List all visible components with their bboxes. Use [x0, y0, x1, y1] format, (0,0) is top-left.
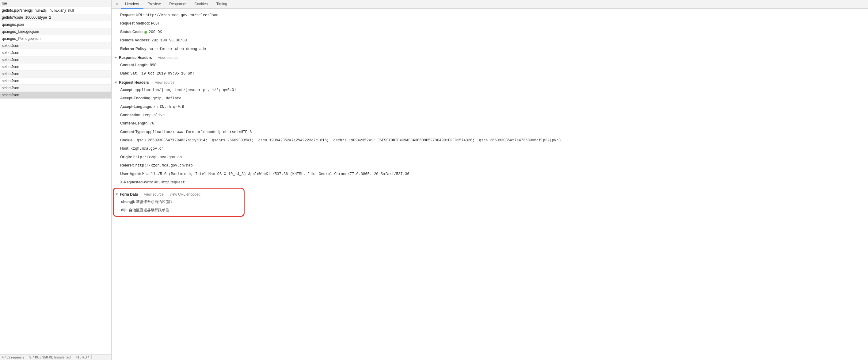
req-content-length-value: 76 — [150, 121, 154, 126]
remote-address-value: 202.108.98.30:80 — [151, 38, 187, 42]
chevron-down-icon — [116, 193, 118, 195]
request-url-key: Request URL: — [120, 13, 144, 17]
tab-preview[interactable]: Preview — [144, 0, 165, 8]
response-headers-section: Response Headers view source Content-Len… — [112, 53, 868, 78]
view-url-encoded-link[interactable]: view URL encoded — [170, 192, 200, 197]
resp-content-length-key: Content-Length: — [120, 63, 149, 67]
remote-address-key: Remote Address: — [120, 38, 151, 42]
resp-date-key: Date: — [120, 71, 129, 76]
content-type-value: application/x-www-form-urlencoded; chars… — [146, 130, 252, 134]
request-row[interactable]: selectJson — [0, 78, 111, 85]
form-data-highlight: Form Data view source view URL encoded s… — [113, 188, 245, 217]
referrer-policy-key: Referrer Policy: — [120, 47, 148, 51]
request-row[interactable]: quanguo_Line.geojson — [0, 28, 111, 35]
request-row[interactable]: selectJson — [0, 56, 111, 63]
request-row[interactable]: selectJson — [0, 85, 111, 92]
accept-encoding-value: gzip, deflate — [153, 96, 181, 100]
request-row[interactable]: selectJson — [0, 92, 111, 99]
host-key: Host: — [120, 146, 130, 151]
network-status-bar: 4 / 62 requests 9.7 KB / 358 KB transfer… — [0, 354, 111, 360]
origin-value: http://xzqh.mca.gov.cn — [133, 155, 182, 159]
connection-key: Connection: — [120, 113, 142, 117]
x-requested-with-key: X-Requested-With: — [120, 180, 153, 184]
diji-value: 自治区直辖县级行政单位 — [129, 208, 169, 212]
user-agent-value: Mozilla/5.0 (Macintosh; Intel Mac OS X 1… — [142, 172, 409, 176]
cookie-key: Cookie: — [120, 138, 134, 142]
status-code-value: 200 OK — [149, 30, 162, 34]
origin-key: Origin: — [120, 155, 132, 159]
general-section: Request URL: http://xzqh.mca.gov.cn/sele… — [112, 10, 868, 53]
tab-timing[interactable]: Timing — [212, 0, 232, 8]
connection-value: keep-alive — [143, 113, 164, 117]
accept-key: Accept: — [120, 88, 134, 92]
referrer-policy-value: no-referrer-when-downgrade — [149, 47, 206, 51]
request-row[interactable]: getInfo.jsp?shengji=null&diji=null&xianj… — [0, 7, 111, 14]
close-icon[interactable]: × — [114, 2, 121, 7]
form-data-toggle[interactable]: Form Data — [116, 192, 138, 197]
network-request-list-panel: me getInfo.jsp?shengji=null&diji=null&xi… — [0, 0, 112, 360]
resp-date-value: Sat, 19 Oct 2019 09:05:16 GMT — [130, 71, 194, 76]
request-row[interactable]: selectJson — [0, 49, 111, 56]
request-row[interactable]: quanguo_Point.geojson — [0, 35, 111, 42]
referer-key: Referer: — [120, 163, 134, 168]
request-row[interactable]: selectJson — [0, 70, 111, 78]
view-source-link[interactable]: view source — [144, 192, 163, 197]
detail-tabs: × HeadersPreviewResponseCookiesTiming — [112, 0, 868, 8]
request-detail-panel: × HeadersPreviewResponseCookiesTiming Re… — [112, 0, 868, 360]
shengji-value: 新疆维吾尔自治区(新) — [136, 200, 172, 204]
response-headers-toggle[interactable]: Response Headers — [115, 56, 152, 60]
resp-content-length-value: 898 — [150, 63, 157, 67]
tab-cookies[interactable]: Cookies — [190, 0, 212, 8]
request-row[interactable]: selectJson — [0, 63, 111, 70]
accept-value: application/json, text/javascript, */*; … — [134, 88, 236, 92]
diji-key: diji: — [121, 208, 127, 212]
status-size: 415 KB / — [73, 355, 91, 359]
referer-value: http://xzqh.mca.gov.cn/map — [135, 163, 192, 168]
accept-encoding-key: Accept-Encoding: — [120, 96, 152, 100]
accept-language-key: Accept-Language: — [120, 104, 152, 109]
status-code-key: Status Code: — [120, 30, 143, 34]
status-transferred: 9.7 KB / 358 KB transferred — [27, 355, 73, 359]
request-method-value: POST — [151, 22, 160, 26]
view-source-link[interactable]: view source — [158, 56, 178, 60]
chevron-down-icon — [115, 57, 117, 59]
request-headers-toggle[interactable]: Request Headers — [115, 80, 149, 85]
request-headers-section: Request Headers view source Accept: appl… — [112, 78, 868, 187]
tab-headers[interactable]: Headers — [121, 0, 143, 8]
cookie-value: _gscu_266093035=71294837si1yd314; _gscbr… — [134, 138, 561, 143]
view-source-link[interactable]: view source — [155, 80, 175, 85]
request-url-value: http://xzqh.mca.gov.cn/selectJson — [146, 13, 219, 18]
form-data-section: Form Data view source view URL encoded s… — [116, 190, 244, 214]
user-agent-key: User-Agent: — [120, 172, 141, 176]
content-type-key: Content-Type: — [120, 130, 145, 134]
request-list: getInfo.jsp?shengji=null&diji=null&xianj… — [0, 7, 111, 354]
tab-response[interactable]: Response — [165, 0, 190, 8]
detail-body: Request URL: http://xzqh.mca.gov.cn/sele… — [112, 8, 868, 360]
req-content-length-key: Content-Length: — [120, 121, 149, 125]
request-method-key: Request Method: — [120, 21, 150, 26]
accept-language-value: zh-CN,zh;q=0.9 — [153, 105, 184, 109]
shengji-key: shengji: — [121, 200, 135, 204]
status-requests: 4 / 62 requests — [2, 355, 27, 359]
status-dot-icon — [144, 31, 148, 34]
x-requested-with-value: XMLHttpRequest — [154, 180, 185, 185]
request-row[interactable]: quanguo.json — [0, 21, 111, 28]
request-row[interactable]: selectJson — [0, 42, 111, 49]
request-row[interactable]: getInfo?code=100000&type=2 — [0, 14, 111, 21]
chevron-down-icon — [115, 82, 117, 83]
name-column-header[interactable]: me — [0, 0, 111, 7]
host-value: xzqh.mca.gov.cn — [130, 147, 164, 151]
